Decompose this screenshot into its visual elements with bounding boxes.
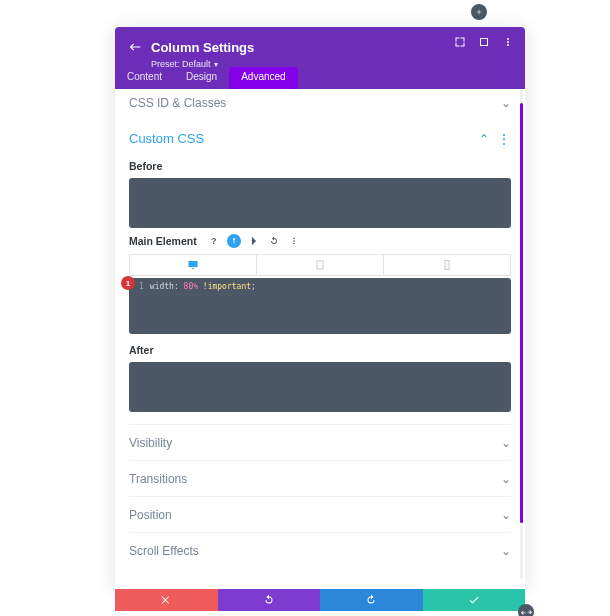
section-position[interactable]: Position ⌄ (129, 496, 511, 532)
marker-badge: 1 (121, 276, 135, 290)
redo-button[interactable] (320, 589, 423, 611)
panel-title: Column Settings (151, 40, 254, 55)
device-desktop-tab[interactable] (129, 254, 256, 276)
section-label: Scroll Effects (129, 544, 199, 558)
hover-toggle-icon[interactable] (227, 234, 241, 248)
chevron-down-icon: ⌄ (501, 508, 511, 522)
reset-icon[interactable] (267, 234, 281, 248)
css-after-input[interactable] (129, 362, 511, 412)
tab-advanced[interactable]: Advanced (229, 67, 297, 89)
tab-content[interactable]: Content (115, 67, 174, 89)
section-scroll-effects[interactable]: Scroll Effects ⌄ (129, 532, 511, 568)
panel-header: Column Settings Preset: Default ▾ Conten… (115, 27, 525, 89)
resize-handle[interactable] (518, 604, 534, 616)
section-label: Position (129, 508, 172, 522)
cancel-button[interactable] (115, 589, 218, 611)
label-main-element: Main Element ? (129, 234, 511, 248)
section-visibility[interactable]: Visibility ⌄ (129, 424, 511, 460)
section-transitions[interactable]: Transitions ⌄ (129, 460, 511, 496)
device-tablet-tab[interactable] (256, 254, 384, 276)
tab-design[interactable]: Design (174, 67, 229, 89)
device-phone-tab[interactable] (384, 254, 511, 276)
label-after: After (129, 344, 511, 356)
help-icon[interactable]: ? (207, 234, 221, 248)
undo-button[interactable] (218, 589, 321, 611)
section-label: Custom CSS (129, 131, 204, 146)
chevron-up-icon: ⌃ (479, 132, 489, 146)
chevron-down-icon: ⌄ (501, 436, 511, 450)
responsive-device-tabs (129, 254, 511, 276)
kebab-menu-icon[interactable] (287, 234, 301, 248)
back-icon[interactable] (127, 39, 143, 55)
code-line: 1width: 80% !important; (139, 282, 256, 291)
chevron-down-icon: ⌄ (501, 472, 511, 486)
css-before-input[interactable] (129, 178, 511, 228)
chevron-down-icon: ⌄ (501, 544, 511, 558)
panel-footer (115, 589, 525, 611)
settings-panel: Column Settings Preset: Default ▾ Conten… (115, 27, 525, 589)
chevron-down-icon: ⌄ (501, 96, 511, 110)
dynamic-content-icon[interactable] (247, 234, 261, 248)
kebab-menu-icon[interactable] (501, 35, 515, 49)
label-before: Before (129, 160, 511, 172)
snap-icon[interactable] (453, 35, 467, 49)
scrollbar-thumb[interactable] (520, 103, 523, 523)
section-label: Transitions (129, 472, 187, 486)
css-main-element-input[interactable]: 1width: 80% !important; (129, 278, 511, 334)
expand-modal-icon[interactable] (477, 35, 491, 49)
save-button[interactable] (423, 589, 526, 611)
panel-body: CSS ID & Classes ⌄ Custom CSS ⌃ ⋮ Before… (115, 89, 525, 589)
section-css-id-classes[interactable]: CSS ID & Classes ⌄ (129, 89, 511, 117)
add-module-button[interactable] (471, 4, 487, 20)
section-label: CSS ID & Classes (129, 96, 226, 110)
section-label: Visibility (129, 436, 172, 450)
section-custom-css-header[interactable]: Custom CSS ⌃ ⋮ (129, 117, 511, 154)
